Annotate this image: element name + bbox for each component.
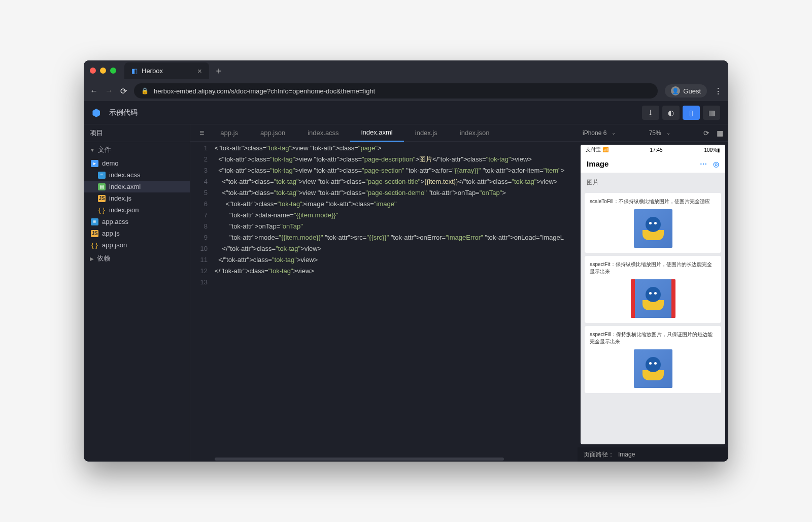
profile-label: Guest <box>683 87 701 95</box>
minimize-window-button[interactable] <box>100 68 106 74</box>
target-icon[interactable]: ◎ <box>713 160 719 168</box>
js-icon: JS <box>91 230 98 237</box>
tab-favicon-icon: ◧ <box>131 67 138 75</box>
file-name: index.json <box>109 206 139 214</box>
file-item-acss[interactable]: ≡app.acss <box>84 216 190 227</box>
maximize-window-button[interactable] <box>110 68 116 74</box>
more-icon[interactable]: ⋯ <box>700 160 707 168</box>
tab-title: Herbox <box>142 67 163 75</box>
battery-icon: ▮ <box>717 147 720 153</box>
wifi-icon: 📶 <box>602 147 608 152</box>
editor-tab[interactable]: app.json <box>249 124 296 142</box>
card-label: scaleToFill：不保持纵横比缩放图片，使图片完全适应 <box>590 198 716 205</box>
demo-image[interactable] <box>631 279 675 318</box>
refresh-preview-button[interactable]: ⟳ <box>703 129 709 137</box>
footer-label: 页面路径： <box>584 450 614 459</box>
card-label: aspectFit：保持纵横比缩放图片，使图片的长边能完全显示出来 <box>590 261 716 275</box>
battery-pct: 100% <box>704 147 717 153</box>
file-item-acss[interactable]: ≡index.acss <box>84 169 190 181</box>
acss-icon: ≡ <box>91 218 98 225</box>
device-selector[interactable]: iPhone 6 ⌄ <box>583 129 616 137</box>
js-icon: JS <box>98 195 106 202</box>
preview-header: iPhone 6 ⌄ 75% ⌄ ⟳ ▦ <box>578 124 728 142</box>
phone-nav-bar: Image ⋯ ◎ <box>581 155 725 173</box>
grid-view-button[interactable]: ▦ <box>703 106 720 120</box>
app-toolbar: ⬢ 示例代码 ⭳ ◐ ▯ ▦ <box>84 101 728 124</box>
image-mode-card: scaleToFill：不保持纵横比缩放图片，使图片完全适应 <box>585 193 721 253</box>
window-titlebar: ◧ Herbox × ＋ <box>84 60 728 81</box>
menu-icon[interactable]: ⋮ <box>714 86 722 96</box>
card-label: aspectFill：保持纵横比缩放图片，只保证图片的短边能完全显示出来 <box>590 331 716 345</box>
traffic-lights <box>90 68 116 74</box>
horizontal-scrollbar[interactable] <box>190 456 578 462</box>
demo-image[interactable] <box>634 209 672 248</box>
sidebar-deps-section[interactable]: ▶ 依赖 <box>84 251 190 266</box>
editor-tab[interactable]: index.acss <box>296 124 350 142</box>
file-item-js[interactable]: JSapp.js <box>84 227 190 239</box>
app-logo-icon: ⬢ <box>92 107 104 119</box>
theme-button[interactable]: ◐ <box>662 106 680 120</box>
line-gutter: 12345678910111213 <box>190 142 213 456</box>
carrier-label: 支付宝 <box>586 147 601 152</box>
image-mode-card: aspectFill：保持纵横比缩放图片，只保证图片的短边能完全显示出来 <box>585 326 721 393</box>
chevron-right-icon: ▶ <box>90 256 94 262</box>
hamburger-icon[interactable]: ≡ <box>194 128 209 138</box>
profile-badge[interactable]: 👤 Guest <box>665 84 707 97</box>
file-name: app.acss <box>102 218 128 225</box>
demo-image[interactable] <box>634 349 672 388</box>
chevron-down-icon: ⌄ <box>612 130 616 136</box>
json-icon: { } <box>91 242 98 249</box>
files-label: 文件 <box>98 145 111 154</box>
browser-tab[interactable]: ◧ Herbox × <box>124 62 209 79</box>
forward-button[interactable]: → <box>105 86 113 95</box>
file-name: demo <box>102 159 119 167</box>
zoom-level: 75% <box>649 129 661 137</box>
deps-label: 依赖 <box>97 254 110 263</box>
file-name: app.js <box>102 230 120 237</box>
file-item-json[interactable]: { }app.json <box>84 239 190 251</box>
sidebar-header: 项目 <box>84 124 190 142</box>
file-item-js[interactable]: JSindex.js <box>84 192 190 204</box>
chevron-down-icon: ▼ <box>90 147 95 153</box>
back-button[interactable]: ← <box>90 86 98 95</box>
code-content[interactable]: <"tok-attr">class="tok-tag">view "tok-at… <box>213 142 578 456</box>
code-editor: ≡ app.jsapp.jsonindex.acssindex.axmlinde… <box>190 124 578 462</box>
grid-icon[interactable]: ▦ <box>717 129 723 137</box>
editor-tab[interactable]: app.js <box>209 124 249 142</box>
nav-title: Image <box>587 159 608 168</box>
avatar-icon: 👤 <box>671 86 680 95</box>
folder-icon: ▸ <box>91 160 98 167</box>
download-button[interactable]: ⭳ <box>642 106 659 120</box>
file-name: app.json <box>102 241 127 249</box>
folder-item[interactable]: ▸demo <box>84 157 190 169</box>
reload-button[interactable]: ⟳ <box>120 86 127 96</box>
zoom-selector[interactable]: 75% ⌄ <box>649 129 670 137</box>
file-name: index.axml <box>109 183 141 190</box>
file-item-axml[interactable]: ▤index.axml <box>84 181 190 192</box>
code-area[interactable]: 12345678910111213 <"tok-attr">class="tok… <box>190 142 578 456</box>
editor-tab[interactable]: index.axml <box>350 124 404 142</box>
editor-tab[interactable]: index.js <box>404 124 449 142</box>
editor-tab[interactable]: index.json <box>449 124 501 142</box>
sidebar-files-section[interactable]: ▼ 文件 <box>84 142 190 157</box>
file-item-json[interactable]: { }index.json <box>84 204 190 216</box>
image-mode-card: aspectFit：保持纵横比缩放图片，使图片的长边能完全显示出来 <box>585 256 721 323</box>
footer-path: Image <box>618 451 635 458</box>
address-bar[interactable]: 🔒 herbox-embed.alipay.com/s/doc-image?ch… <box>134 83 658 99</box>
chevron-down-icon: ⌄ <box>666 130 670 136</box>
new-tab-button[interactable]: ＋ <box>214 64 223 77</box>
phone-status-bar: 支付宝 📶 17:45 100%▮ <box>581 145 725 155</box>
lock-icon: 🔒 <box>141 87 149 94</box>
preview-footer: 页面路径： Image <box>578 447 728 462</box>
json-icon: { } <box>98 207 106 214</box>
device-preview-button[interactable]: ▯ <box>683 106 700 120</box>
close-tab-icon[interactable]: × <box>197 67 202 75</box>
editor-tabs: ≡ app.jsapp.jsonindex.acssindex.axmlinde… <box>190 124 578 142</box>
close-window-button[interactable] <box>90 68 96 74</box>
file-name: index.js <box>109 194 131 202</box>
file-name: index.acss <box>109 171 140 179</box>
section-label: 图片 <box>581 173 725 190</box>
acss-icon: ≡ <box>98 172 106 179</box>
scrollbar-thumb[interactable] <box>215 458 504 461</box>
sidebar: 项目 ▼ 文件 ▸demo≡index.acss▤index.axmlJSind… <box>84 124 190 462</box>
